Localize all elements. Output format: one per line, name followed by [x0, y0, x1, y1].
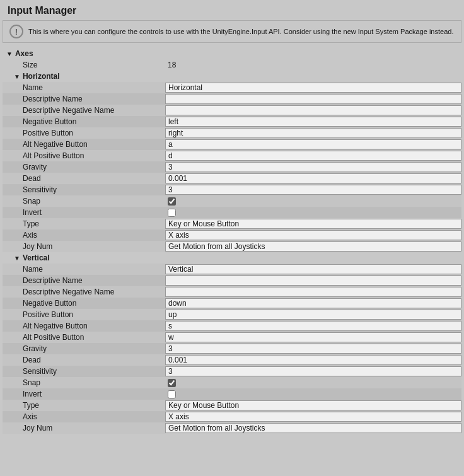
field-value-container — [165, 83, 461, 93]
field-value-container — [165, 400, 461, 410]
checkbox-input[interactable] — [168, 209, 176, 217]
field-label: Axis — [3, 231, 165, 240]
text-input[interactable] — [165, 366, 461, 376]
text-input[interactable] — [165, 139, 461, 149]
field-value-container — [165, 366, 461, 376]
text-input[interactable] — [165, 105, 461, 115]
text-input[interactable] — [165, 400, 461, 410]
field-value-container — [165, 264, 461, 274]
field-value-container — [165, 298, 461, 308]
text-input[interactable] — [165, 310, 461, 320]
checkbox-input[interactable] — [168, 390, 176, 398]
field-row: Name — [3, 82, 461, 93]
field-value-container — [165, 162, 461, 172]
size-row: Size 18 — [3, 59, 461, 71]
text-input[interactable] — [165, 423, 461, 433]
field-value-container — [165, 117, 461, 127]
size-value: 18 — [165, 61, 176, 69]
field-label: Snap — [3, 378, 165, 387]
text-input[interactable] — [165, 298, 461, 308]
size-value-container: 18 — [165, 61, 461, 69]
field-label: Axis — [3, 412, 165, 421]
field-value-container — [165, 209, 461, 217]
field-row: Descriptive Negative Name — [3, 105, 461, 116]
text-input[interactable] — [165, 355, 461, 365]
text-input[interactable] — [165, 162, 461, 172]
text-input[interactable] — [165, 276, 461, 286]
text-input[interactable] — [165, 344, 461, 354]
field-label: Alt Negative Button — [3, 140, 165, 149]
input-manager-window: Input Manager ! This is where you can co… — [0, 0, 464, 476]
field-value-container — [165, 344, 461, 354]
checkbox-input[interactable] — [168, 197, 176, 206]
field-row: Gravity — [3, 343, 461, 354]
field-row: Positive Button — [3, 127, 461, 139]
field-label: Invert — [3, 390, 165, 398]
field-value-container — [165, 241, 461, 252]
field-row: Alt Negative Button — [3, 320, 461, 332]
field-value-container — [165, 412, 461, 422]
field-label: Joy Num — [3, 242, 165, 251]
text-input[interactable] — [165, 321, 461, 331]
field-row: Negative Button — [3, 116, 461, 127]
field-value-container — [165, 94, 461, 104]
vertical-section-header[interactable]: ▼ Vertical — [3, 252, 461, 264]
field-label: Gravity — [3, 163, 165, 171]
field-row: Type — [3, 218, 461, 229]
text-input[interactable] — [165, 230, 461, 240]
field-value-container — [165, 355, 461, 365]
field-row: Positive Button — [3, 309, 461, 320]
field-label: Descriptive Negative Name — [3, 106, 165, 115]
horizontal-fields: NameDescriptive NameDescriptive Negative… — [3, 82, 461, 252]
field-value-container — [165, 423, 461, 433]
field-label: Gravity — [3, 344, 165, 353]
field-row: Snap — [3, 195, 461, 207]
text-input[interactable] — [165, 412, 461, 422]
vertical-triangle: ▼ — [14, 255, 20, 262]
field-value-container — [165, 321, 461, 331]
field-value-container — [165, 173, 461, 183]
field-label: Joy Num — [3, 424, 165, 432]
field-value-container — [165, 276, 461, 286]
text-input[interactable] — [165, 83, 461, 93]
horizontal-section-header[interactable]: ▼ Horizontal — [3, 71, 461, 82]
field-value-container — [165, 332, 461, 342]
field-row: Dead — [3, 354, 461, 366]
text-input[interactable] — [165, 241, 461, 252]
field-row: Descriptive Name — [3, 275, 461, 286]
checkbox-input[interactable] — [168, 379, 176, 387]
window-title: Input Manager — [8, 5, 456, 16]
info-banner: ! This is where you can configure the co… — [3, 20, 461, 43]
text-input[interactable] — [165, 287, 461, 297]
field-label: Alt Positive Button — [3, 333, 165, 342]
axes-section-header[interactable]: ▼ Axes — [3, 48, 461, 59]
field-row: Name — [3, 264, 461, 275]
field-value-container — [165, 219, 461, 229]
text-input[interactable] — [165, 264, 461, 274]
field-value-container — [165, 185, 461, 195]
field-row: Invert — [3, 207, 461, 218]
title-bar: Input Manager — [0, 0, 464, 20]
text-input[interactable] — [165, 151, 461, 161]
text-input[interactable] — [165, 94, 461, 104]
size-label: Size — [3, 61, 165, 69]
axes-triangle: ▼ — [6, 50, 13, 57]
field-label: Sensitivity — [3, 185, 165, 194]
field-label: Negative Button — [3, 117, 165, 126]
field-label: Dead — [3, 356, 165, 364]
text-input[interactable] — [165, 332, 461, 342]
field-label: Descriptive Name — [3, 95, 165, 103]
field-row: Joy Num — [3, 422, 461, 434]
field-row: Alt Positive Button — [3, 150, 461, 161]
text-input[interactable] — [165, 128, 461, 138]
field-label: Name — [3, 265, 165, 274]
field-value-container — [165, 151, 461, 161]
field-row: Descriptive Name — [3, 93, 461, 105]
text-input[interactable] — [165, 185, 461, 195]
field-label: Descriptive Negative Name — [3, 287, 165, 296]
field-row: Alt Positive Button — [3, 332, 461, 343]
text-input[interactable] — [165, 173, 461, 183]
text-input[interactable] — [165, 117, 461, 127]
text-input[interactable] — [165, 219, 461, 229]
field-label: Positive Button — [3, 310, 165, 319]
